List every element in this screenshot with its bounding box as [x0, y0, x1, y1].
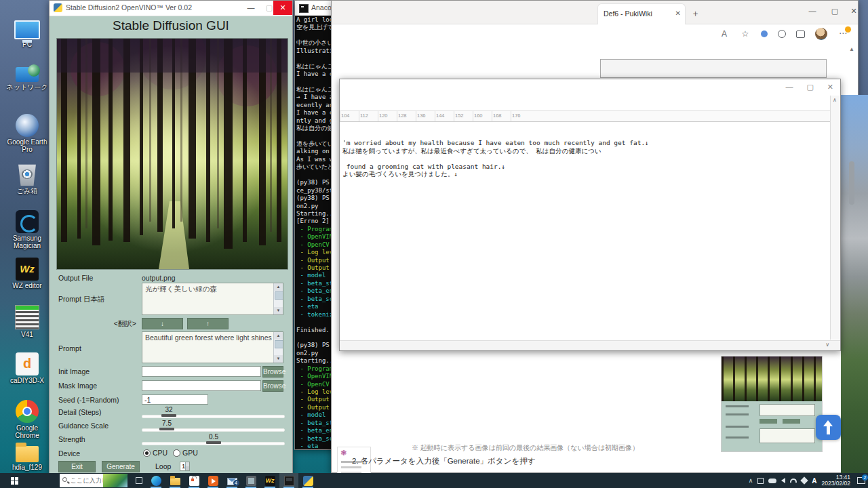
wz-editor-icon: Wz — [265, 476, 275, 486]
favorites-star-icon[interactable]: ☆ — [740, 29, 751, 39]
collections-icon[interactable] — [796, 30, 805, 38]
onedrive-icon[interactable] — [768, 479, 776, 483]
cadiy-icon: d — [16, 352, 39, 375]
start-button[interactable] — [0, 473, 31, 488]
edge-close-button[interactable]: ✕ — [845, 3, 863, 18]
desktop-icon-label: WZ editor — [5, 282, 49, 289]
editor-maximize-button[interactable]: ▢ — [806, 83, 813, 92]
edge-tab-bar: Def6 - PukiWiki ✕ ＋ — ▢ ✕ — [332, 1, 858, 24]
output-file-value: output.png — [142, 274, 176, 282]
strength-slider-handle[interactable] — [206, 441, 221, 444]
notification-icon[interactable]: 2 — [857, 477, 865, 484]
seed-input[interactable]: -1 — [142, 394, 208, 405]
clock-date: 2023/02/02 — [821, 481, 850, 487]
steps-slider-handle[interactable] — [161, 414, 176, 417]
editor-scrollbar[interactable] — [830, 96, 840, 340]
tab-close-icon[interactable]: ✕ — [675, 9, 681, 17]
explorer-icon — [170, 478, 180, 485]
new-tab-icon[interactable]: ＋ — [691, 7, 700, 20]
notification-badge: 2 — [862, 474, 868, 481]
guidance-slider-handle[interactable] — [159, 428, 174, 430]
editor-minimize-button[interactable]: — — [785, 83, 793, 92]
editor-line: 'm worried about my health because I hav… — [342, 139, 829, 147]
network-icon[interactable] — [790, 479, 797, 483]
mask-browse-button[interactable]: Browse — [262, 380, 283, 392]
desktop-icon-magician[interactable]: Samsung Magician — [5, 210, 49, 249]
desktop-icon-network[interactable]: ネットワーク — [5, 65, 49, 91]
editor-line: found a grooming cat with pleasant hair.… — [342, 163, 829, 171]
gpu-label[interactable]: GPU — [182, 449, 198, 457]
read-aloud-icon[interactable]: A — [719, 29, 730, 39]
edge-icon — [151, 476, 161, 486]
steps-value: 32 — [159, 406, 179, 413]
taskbar-explorer[interactable] — [165, 473, 184, 488]
cpu-label[interactable]: CPU — [153, 449, 167, 457]
page-top-button[interactable] — [816, 415, 841, 440]
desktop-icon-chrome[interactable]: Google Chrome — [5, 400, 49, 439]
init-image-label: Init Image — [58, 367, 90, 375]
tray-app-icon[interactable] — [757, 478, 764, 484]
ruler-number: 176 — [511, 111, 530, 121]
taskbar-search-box[interactable]: ここに入力して検索 — [60, 474, 127, 487]
dropbox-icon[interactable] — [801, 476, 808, 484]
favicon-icon[interactable] — [761, 30, 768, 37]
mask-image-input[interactable] — [142, 380, 261, 391]
init-image-input[interactable] — [142, 366, 261, 377]
desktop-icon-wz[interactable]: WzWZ editor — [5, 258, 49, 289]
taskbar-edge[interactable] — [146, 473, 165, 488]
taskbar-clock[interactable]: 13:41 2023/02/02 — [821, 474, 850, 487]
speaker-icon[interactable] — [781, 478, 785, 483]
cpu-radio[interactable] — [143, 449, 151, 457]
system-tray: ∧ A 13:41 2023/02/02 2 — [749, 474, 868, 487]
edge-scrollbar-thumb[interactable] — [849, 161, 854, 205]
taskbar-wz[interactable]: Wz — [260, 473, 279, 488]
sd-close-button[interactable]: ✕ — [273, 1, 292, 15]
profile-avatar[interactable] — [815, 28, 827, 40]
init-browse-button[interactable]: Browse — [262, 366, 283, 378]
desktop-icon-cadiy[interactable]: dcaDIY3D-X — [5, 352, 49, 384]
bin-icon — [16, 163, 39, 186]
bing-highlight-image[interactable] — [103, 474, 127, 487]
python-icon — [54, 3, 62, 12]
browser-tab[interactable]: Def6 - PukiWiki ✕ — [597, 3, 686, 24]
tray-expand-icon[interactable]: ∧ — [749, 477, 753, 484]
desktop-icon-pc[interactable]: PC — [5, 18, 49, 48]
exit-button[interactable]: Exit — [58, 461, 96, 472]
taskbar-python[interactable] — [298, 473, 317, 488]
taskbar-photos[interactable] — [241, 473, 260, 488]
desktop-icon-v41[interactable]: V41 — [5, 305, 49, 338]
console-icon — [299, 4, 309, 13]
update-badge — [845, 26, 851, 33]
photos-icon — [246, 476, 256, 486]
desktop-icon-bin[interactable]: ごみ箱 — [5, 163, 49, 195]
scroll-up-icon[interactable]: ▲ — [849, 46, 854, 52]
ruler-number: 168 — [492, 111, 511, 121]
ruler-number: 104 — [340, 111, 359, 121]
translate-up-button[interactable]: ↑ — [187, 318, 229, 329]
sd-minimize-button[interactable]: — — [241, 1, 260, 15]
gpu-radio[interactable] — [173, 449, 180, 457]
prompt-jp-textarea[interactable]: 光が輝く美しい緑の森 ▲▼ — [142, 283, 283, 315]
prompt-textarea[interactable]: Beautiful green forest where light shine… — [142, 331, 283, 363]
taskbar-store[interactable] — [184, 473, 203, 488]
guidance-value: 7.5 — [157, 420, 177, 427]
taskbar-mail[interactable]: 4 — [222, 473, 241, 488]
loop-spinbox[interactable]: 1 — [180, 462, 190, 471]
desktop-icon-globe[interactable]: Google Earth Pro — [5, 114, 49, 153]
taskbar-console[interactable] — [279, 473, 298, 488]
translate-down-button[interactable]: ↓ — [142, 318, 183, 329]
settings-ellipsis-icon[interactable]: ⋯ — [837, 28, 848, 39]
search-icon — [62, 477, 67, 482]
taskbar-media[interactable] — [203, 473, 222, 488]
edge-maximize-button[interactable]: ▢ — [826, 3, 844, 18]
editor-close-button[interactable]: ✕ — [827, 83, 833, 92]
ruler-number: 160 — [473, 111, 492, 121]
desktop-icon-folder[interactable]: hdia_f129 — [5, 442, 49, 471]
extensions-icon[interactable] — [778, 30, 786, 38]
ime-indicator[interactable]: A — [812, 477, 816, 485]
editor-text-area[interactable]: 'm worried about my health because I hav… — [342, 139, 829, 337]
generate-button[interactable]: Generate — [102, 461, 140, 472]
edge-minimize-button[interactable]: — — [804, 3, 821, 18]
screenshot-forest-image — [722, 357, 822, 401]
task-view-icon[interactable] — [133, 473, 146, 488]
